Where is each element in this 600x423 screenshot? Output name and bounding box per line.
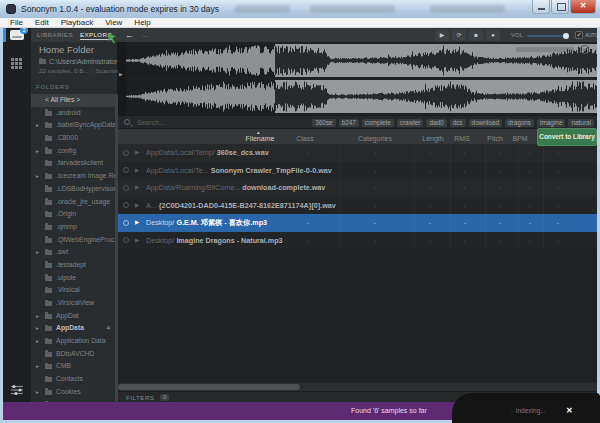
folder-item[interactable]: ▸Application Data: [31, 335, 115, 348]
table-row[interactable]: ▶Desktop/ G.E.M. 邓紫棋 - 喜欢你.mp3-------: [118, 214, 597, 232]
search-tag[interactable]: dad0: [426, 119, 446, 128]
folder-item[interactable]: .oracle_jre_usage: [31, 196, 115, 209]
menu-help[interactable]: Help: [128, 18, 156, 27]
folder-label: Contacts: [56, 373, 83, 386]
folder-item[interactable]: ▸.Icecream Image Re...: [31, 170, 115, 183]
folder-item[interactable]: ▸AppDat: [31, 310, 115, 323]
folder-item[interactable]: .Virsical: [31, 284, 115, 297]
row-play-icon[interactable]: ▶: [135, 162, 139, 180]
folder-item[interactable]: ▸Cookies: [31, 386, 115, 399]
row-play-icon[interactable]: ▶: [135, 214, 139, 232]
menu-file[interactable]: File: [4, 18, 29, 27]
menu-playback[interactable]: Playback: [55, 18, 99, 27]
expand-icon[interactable]: ▸: [36, 335, 39, 348]
table-row[interactable]: ▶AppData/Local/Te... Sononym Crawler_Tmp…: [118, 162, 597, 180]
volume-slider[interactable]: [527, 35, 569, 37]
search-tag[interactable]: download: [469, 119, 502, 128]
row-cell: -: [525, 162, 535, 180]
folder-item[interactable]: ▸.swt: [31, 246, 115, 259]
expand-icon[interactable]: ▸: [36, 170, 39, 183]
search-tag[interactable]: b247: [339, 119, 359, 128]
expand-icon[interactable]: ▸: [36, 360, 39, 373]
grid-view-icon[interactable]: [11, 58, 22, 69]
table-row[interactable]: ▶AppData/Roaming/BitCome... download-com…: [118, 179, 597, 197]
folder-item[interactable]: .C8000: [31, 132, 115, 145]
row-play-icon[interactable]: ▶: [135, 232, 139, 250]
folder-item[interactable]: ▸.config: [31, 145, 115, 158]
folder-item[interactable]: .uipole: [31, 272, 115, 285]
row-play-icon[interactable]: ▶: [135, 144, 139, 162]
row-play-icon[interactable]: ▶: [135, 179, 139, 197]
folder-item[interactable]: .testadept: [31, 259, 115, 272]
folder-item[interactable]: .android: [31, 107, 115, 120]
search-tag[interactable]: imagine: [537, 119, 565, 128]
expand-icon[interactable]: ▸: [36, 310, 39, 323]
search-tag[interactable]: dragons: [505, 119, 534, 128]
horizontal-scrollbar-thumb[interactable]: [118, 384, 300, 390]
folder-item[interactable]: .VirsicalView: [31, 297, 115, 310]
convert-to-library-button[interactable]: Convert to Library: [537, 128, 597, 146]
search-input[interactable]: [135, 116, 255, 129]
volume-knob[interactable]: [563, 33, 569, 39]
close-button[interactable]: [570, 0, 596, 14]
minimize-button[interactable]: [532, 0, 550, 14]
loop-button[interactable]: ⟳: [452, 30, 466, 41]
expand-icon[interactable]: ▸: [36, 322, 39, 335]
menu-edit[interactable]: Edit: [29, 18, 55, 27]
locate-cursor-icon[interactable]: [107, 30, 117, 48]
folder-item[interactable]: ▸CMB: [31, 360, 115, 373]
library-icon[interactable]: 2: [10, 30, 24, 40]
folder-item[interactable]: .QtWebEngineProc...: [31, 234, 115, 247]
folder-count-badge: 4: [107, 322, 110, 335]
record-button[interactable]: ●: [486, 30, 500, 41]
folder-label: .uipole: [56, 272, 76, 285]
expand-icon[interactable]: ▸: [36, 119, 39, 132]
search-tag[interactable]: complete: [362, 119, 394, 128]
table-row[interactable]: ▶AppData/Local/Temp/ 360se_dcs.wav------…: [118, 144, 597, 162]
row-filename: Desktop/ Imagine Dragons - Natural.mp3: [146, 232, 283, 250]
table-row[interactable]: ▶Desktop/ Imagine Dragons - Natural.mp3-…: [118, 232, 597, 250]
folder-item[interactable]: .Origin: [31, 208, 115, 221]
menu-view[interactable]: View: [99, 18, 128, 27]
icon-strip: 2: [3, 28, 31, 402]
home-folder-title: Home Folder: [39, 44, 94, 55]
folder-item[interactable]: Contacts: [31, 373, 115, 386]
column-header-categories[interactable]: Categories: [345, 135, 405, 142]
maximize-button[interactable]: [551, 0, 569, 14]
table-row[interactable]: ▶A... {2C0D4201-DAD0-415E-B247-8162E8711…: [118, 197, 597, 215]
row-cell: -: [525, 197, 535, 215]
app-icon: [6, 4, 16, 14]
play-button[interactable]: ▶: [435, 30, 449, 41]
folder-item[interactable]: < All Files >: [31, 94, 115, 107]
waveform-channel-right[interactable]: [126, 80, 597, 113]
waveform-panel[interactable]: ▶ ×: [118, 42, 597, 115]
row-play-icon[interactable]: ▶: [135, 197, 139, 215]
column-header-class[interactable]: Class: [275, 135, 335, 142]
folder-item[interactable]: ▸AppData4: [31, 322, 115, 335]
folder-label: AppData: [56, 322, 84, 335]
expand-icon[interactable]: ▸: [36, 145, 39, 158]
folder-label: .config: [56, 145, 76, 158]
autoplay-checkbox[interactable]: [575, 31, 583, 39]
selection-clear-icon[interactable]: ×: [580, 45, 589, 54]
folder-icon: [45, 174, 52, 179]
folder-item[interactable]: BDtoAVCHD: [31, 348, 115, 361]
expand-icon[interactable]: ▸: [36, 246, 39, 259]
search-tag[interactable]: dcs: [450, 119, 466, 128]
tab-libraries[interactable]: LIBRARIES: [37, 31, 73, 39]
folder-item[interactable]: .qmmp: [31, 221, 115, 234]
stop-button[interactable]: ■: [469, 30, 483, 41]
window-controls: [531, 0, 596, 14]
search-tag[interactable]: crawler: [397, 119, 424, 128]
search-tag[interactable]: 360se: [312, 119, 335, 128]
status-close-icon[interactable]: ✕: [566, 402, 573, 420]
filters-toggle-icon[interactable]: [10, 382, 24, 400]
folder-item[interactable]: .LDSBodHypervisor...: [31, 183, 115, 196]
folder-label: .testadept: [56, 259, 86, 272]
back-icon[interactable]: ←: [125, 29, 134, 41]
expand-icon[interactable]: ▸: [36, 386, 39, 399]
forward-icon[interactable]: →: [140, 29, 149, 41]
search-tag[interactable]: natural: [568, 119, 594, 128]
folder-item[interactable]: .farvadeskclient: [31, 157, 115, 170]
folder-item[interactable]: ▸.babelSyncAppData: [31, 119, 115, 132]
